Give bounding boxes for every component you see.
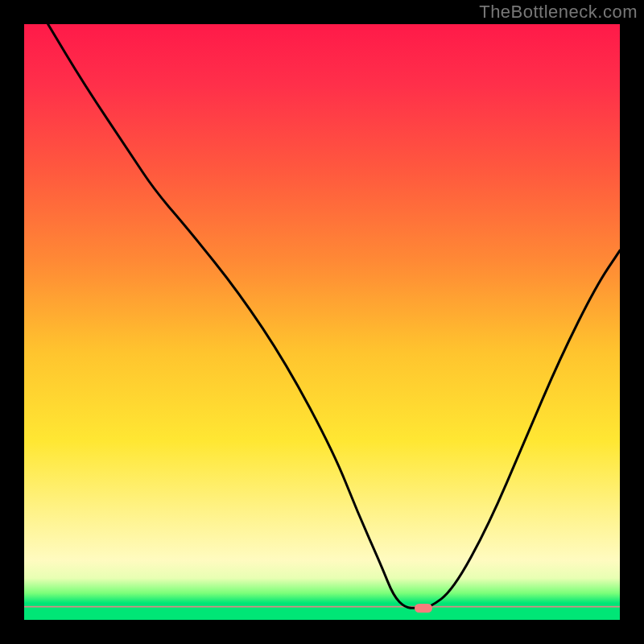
chart-frame: TheBottleneck.com	[0, 0, 644, 644]
bottleneck-curve	[24, 24, 620, 620]
plot-area	[24, 24, 620, 620]
valley-marker	[415, 604, 432, 613]
curve-path	[48, 24, 620, 608]
watermark-label: TheBottleneck.com	[479, 2, 638, 23]
